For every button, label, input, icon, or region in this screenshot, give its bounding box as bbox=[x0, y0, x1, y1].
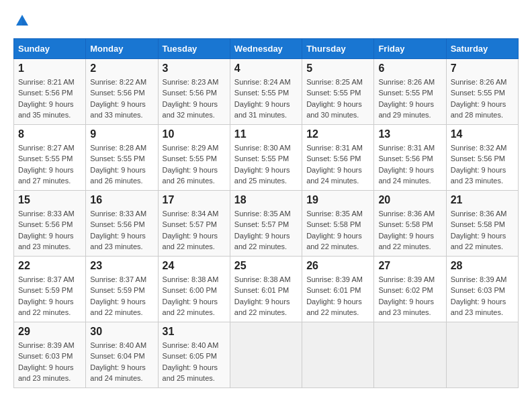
weekday-wednesday: Wednesday bbox=[230, 38, 302, 58]
day-info: Sunrise: 8:22 AM Sunset: 5:56 PM Dayligh… bbox=[90, 77, 153, 121]
day-info: Sunrise: 8:33 AM Sunset: 5:56 PM Dayligh… bbox=[18, 208, 81, 253]
calendar-cell: 27 Sunrise: 8:39 AM Sunset: 6:02 PM Dayl… bbox=[374, 256, 446, 322]
day-number: 8 bbox=[18, 128, 81, 140]
calendar-cell bbox=[302, 322, 374, 387]
day-number: 11 bbox=[234, 128, 298, 140]
day-number: 1 bbox=[18, 62, 81, 75]
day-info: Sunrise: 8:27 AM Sunset: 5:55 PM Dayligh… bbox=[18, 142, 81, 187]
calendar-cell: 9 Sunrise: 8:28 AM Sunset: 5:55 PM Dayli… bbox=[86, 124, 158, 190]
calendar-cell: 18 Sunrise: 8:35 AM Sunset: 5:57 PM Dayl… bbox=[230, 190, 302, 256]
day-info: Sunrise: 8:35 AM Sunset: 5:57 PM Dayligh… bbox=[234, 208, 298, 253]
calendar-cell: 1 Sunrise: 8:21 AM Sunset: 5:56 PM Dayli… bbox=[14, 58, 86, 124]
day-number: 26 bbox=[306, 260, 369, 272]
day-info: Sunrise: 8:31 AM Sunset: 5:56 PM Dayligh… bbox=[306, 142, 369, 187]
calendar-cell: 21 Sunrise: 8:36 AM Sunset: 5:58 PM Dayl… bbox=[446, 190, 518, 256]
calendar-week-row: 15 Sunrise: 8:33 AM Sunset: 5:56 PM Dayl… bbox=[14, 190, 519, 256]
day-info: Sunrise: 8:38 AM Sunset: 6:00 PM Dayligh… bbox=[163, 274, 226, 318]
day-info: Sunrise: 8:35 AM Sunset: 5:58 PM Dayligh… bbox=[306, 208, 369, 253]
calendar-cell: 3 Sunrise: 8:23 AM Sunset: 5:56 PM Dayli… bbox=[158, 58, 230, 124]
day-number: 24 bbox=[163, 260, 226, 272]
day-number: 10 bbox=[163, 128, 226, 140]
day-number: 14 bbox=[451, 128, 514, 140]
calendar-cell: 5 Sunrise: 8:25 AM Sunset: 5:55 PM Dayli… bbox=[302, 58, 374, 124]
day-number: 2 bbox=[90, 62, 153, 75]
day-info: Sunrise: 8:28 AM Sunset: 5:55 PM Dayligh… bbox=[90, 142, 153, 187]
calendar-cell: 10 Sunrise: 8:29 AM Sunset: 5:55 PM Dayl… bbox=[158, 124, 230, 190]
day-number: 31 bbox=[163, 326, 226, 338]
calendar-cell: 25 Sunrise: 8:38 AM Sunset: 6:01 PM Dayl… bbox=[230, 256, 302, 322]
calendar-cell: 20 Sunrise: 8:36 AM Sunset: 5:58 PM Dayl… bbox=[374, 190, 446, 256]
weekday-sunday: Sunday bbox=[14, 38, 86, 58]
weekday-friday: Friday bbox=[374, 38, 446, 58]
calendar-cell: 19 Sunrise: 8:35 AM Sunset: 5:58 PM Dayl… bbox=[302, 190, 374, 256]
day-info: Sunrise: 8:32 AM Sunset: 5:56 PM Dayligh… bbox=[451, 142, 514, 187]
svg-marker-1 bbox=[22, 17, 27, 26]
day-number: 6 bbox=[378, 62, 441, 75]
calendar-cell: 12 Sunrise: 8:31 AM Sunset: 5:56 PM Dayl… bbox=[302, 124, 374, 190]
weekday-header-row: SundayMondayTuesdayWednesdayThursdayFrid… bbox=[14, 38, 519, 58]
day-info: Sunrise: 8:37 AM Sunset: 5:59 PM Dayligh… bbox=[18, 274, 81, 318]
logo bbox=[13, 13, 30, 32]
calendar-cell: 17 Sunrise: 8:34 AM Sunset: 5:57 PM Dayl… bbox=[158, 190, 230, 256]
day-info: Sunrise: 8:29 AM Sunset: 5:55 PM Dayligh… bbox=[163, 142, 226, 187]
day-info: Sunrise: 8:37 AM Sunset: 5:59 PM Dayligh… bbox=[90, 274, 153, 318]
calendar-cell: 28 Sunrise: 8:39 AM Sunset: 6:03 PM Dayl… bbox=[446, 256, 518, 322]
day-info: Sunrise: 8:39 AM Sunset: 6:01 PM Dayligh… bbox=[306, 274, 369, 318]
day-number: 23 bbox=[90, 260, 153, 272]
calendar-cell: 15 Sunrise: 8:33 AM Sunset: 5:56 PM Dayl… bbox=[14, 190, 86, 256]
calendar-week-row: 8 Sunrise: 8:27 AM Sunset: 5:55 PM Dayli… bbox=[14, 124, 519, 190]
calendar-cell: 16 Sunrise: 8:33 AM Sunset: 5:56 PM Dayl… bbox=[86, 190, 158, 256]
day-number: 12 bbox=[306, 128, 369, 140]
calendar-week-row: 22 Sunrise: 8:37 AM Sunset: 5:59 PM Dayl… bbox=[14, 256, 519, 322]
day-number: 15 bbox=[18, 194, 81, 206]
weekday-saturday: Saturday bbox=[446, 38, 518, 58]
weekday-monday: Monday bbox=[86, 38, 158, 58]
calendar-cell: 23 Sunrise: 8:37 AM Sunset: 5:59 PM Dayl… bbox=[86, 256, 158, 322]
day-info: Sunrise: 8:38 AM Sunset: 6:01 PM Dayligh… bbox=[234, 274, 298, 318]
day-info: Sunrise: 8:23 AM Sunset: 5:56 PM Dayligh… bbox=[163, 77, 226, 121]
day-info: Sunrise: 8:36 AM Sunset: 5:58 PM Dayligh… bbox=[378, 208, 441, 253]
calendar-cell: 4 Sunrise: 8:24 AM Sunset: 5:55 PM Dayli… bbox=[230, 58, 302, 124]
day-info: Sunrise: 8:26 AM Sunset: 5:55 PM Dayligh… bbox=[378, 77, 441, 121]
calendar-cell: 2 Sunrise: 8:22 AM Sunset: 5:56 PM Dayli… bbox=[86, 58, 158, 124]
day-number: 30 bbox=[90, 326, 153, 338]
day-info: Sunrise: 8:33 AM Sunset: 5:56 PM Dayligh… bbox=[90, 208, 153, 253]
calendar-cell: 11 Sunrise: 8:30 AM Sunset: 5:55 PM Dayl… bbox=[230, 124, 302, 190]
calendar-table: SundayMondayTuesdayWednesdayThursdayFrid… bbox=[13, 38, 519, 388]
day-number: 29 bbox=[18, 326, 81, 338]
day-number: 13 bbox=[378, 128, 441, 140]
weekday-thursday: Thursday bbox=[302, 38, 374, 58]
page-container: SundayMondayTuesdayWednesdayThursdayFrid… bbox=[13, 13, 519, 388]
day-info: Sunrise: 8:36 AM Sunset: 5:58 PM Dayligh… bbox=[451, 208, 514, 253]
day-info: Sunrise: 8:25 AM Sunset: 5:55 PM Dayligh… bbox=[306, 77, 369, 121]
day-info: Sunrise: 8:26 AM Sunset: 5:55 PM Dayligh… bbox=[451, 77, 514, 121]
day-info: Sunrise: 8:21 AM Sunset: 5:56 PM Dayligh… bbox=[18, 77, 81, 121]
calendar-week-row: 1 Sunrise: 8:21 AM Sunset: 5:56 PM Dayli… bbox=[14, 58, 519, 124]
day-number: 19 bbox=[306, 194, 369, 206]
calendar-cell: 26 Sunrise: 8:39 AM Sunset: 6:01 PM Dayl… bbox=[302, 256, 374, 322]
day-number: 9 bbox=[90, 128, 153, 140]
calendar-cell: 24 Sunrise: 8:38 AM Sunset: 6:00 PM Dayl… bbox=[158, 256, 230, 322]
day-info: Sunrise: 8:24 AM Sunset: 5:55 PM Dayligh… bbox=[234, 77, 298, 121]
calendar-week-row: 29 Sunrise: 8:39 AM Sunset: 6:03 PM Dayl… bbox=[14, 322, 519, 387]
day-number: 22 bbox=[18, 260, 81, 272]
calendar-cell bbox=[374, 322, 446, 387]
day-number: 17 bbox=[163, 194, 226, 206]
day-number: 28 bbox=[451, 260, 514, 272]
day-number: 3 bbox=[163, 62, 226, 75]
logo-icon bbox=[15, 13, 30, 28]
calendar-cell: 30 Sunrise: 8:40 AM Sunset: 6:04 PM Dayl… bbox=[86, 322, 158, 387]
day-number: 21 bbox=[451, 194, 514, 206]
calendar-cell: 14 Sunrise: 8:32 AM Sunset: 5:56 PM Dayl… bbox=[446, 124, 518, 190]
calendar-cell: 31 Sunrise: 8:40 AM Sunset: 6:05 PM Dayl… bbox=[158, 322, 230, 387]
calendar-cell: 13 Sunrise: 8:31 AM Sunset: 5:56 PM Dayl… bbox=[374, 124, 446, 190]
calendar-cell bbox=[446, 322, 518, 387]
day-info: Sunrise: 8:39 AM Sunset: 6:03 PM Dayligh… bbox=[18, 340, 81, 384]
day-number: 25 bbox=[234, 260, 298, 272]
calendar-cell bbox=[230, 322, 302, 387]
calendar-cell: 22 Sunrise: 8:37 AM Sunset: 5:59 PM Dayl… bbox=[14, 256, 86, 322]
day-info: Sunrise: 8:40 AM Sunset: 6:05 PM Dayligh… bbox=[163, 340, 226, 384]
day-number: 5 bbox=[306, 62, 369, 75]
weekday-tuesday: Tuesday bbox=[158, 38, 230, 58]
calendar-cell: 8 Sunrise: 8:27 AM Sunset: 5:55 PM Dayli… bbox=[14, 124, 86, 190]
